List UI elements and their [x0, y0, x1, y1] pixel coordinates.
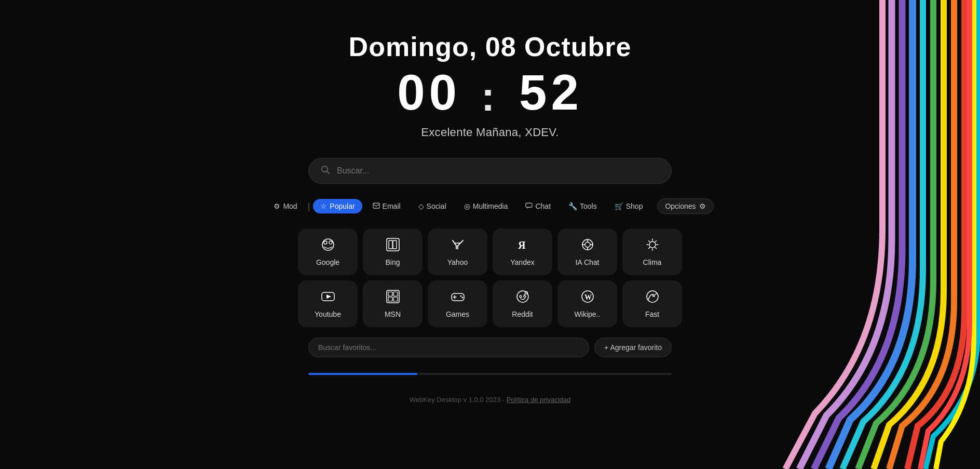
- filter-tools[interactable]: 🔧 Tools: [561, 199, 604, 213]
- tools-icon: 🔧: [568, 202, 577, 210]
- time-minutes: 52: [519, 64, 583, 120]
- add-favorite-button[interactable]: + Agregar favorito: [594, 338, 672, 357]
- time-display: 00 : 52: [397, 68, 583, 117]
- youtube-icon: [321, 289, 335, 306]
- shortcut-msn[interactable]: MSN: [363, 280, 423, 327]
- bottom-bar: + Agregar favorito: [308, 338, 672, 357]
- wikipedia-label: Wikipe..: [575, 310, 601, 318]
- filter-divider: |: [308, 201, 310, 212]
- shop-icon: 🛒: [615, 202, 623, 210]
- filter-social[interactable]: ◇ Social: [411, 199, 454, 213]
- reddit-icon: [515, 289, 530, 306]
- shortcut-ia-chat[interactable]: IA Chat: [557, 229, 617, 275]
- shortcut-bing[interactable]: Bing: [363, 229, 423, 275]
- progress-bar-fill: [308, 373, 417, 375]
- wikipedia-icon: W: [580, 289, 595, 306]
- games-icon: [451, 289, 465, 306]
- ia-chat-label: IA Chat: [576, 258, 600, 266]
- svg-text:W: W: [584, 293, 592, 301]
- games-label: Games: [446, 310, 469, 318]
- svg-rect-18: [393, 292, 398, 296]
- options-button[interactable]: Opciones ⚙: [657, 198, 713, 214]
- search-bar[interactable]: [308, 158, 672, 184]
- bing-label: Bing: [385, 258, 400, 266]
- svg-rect-17: [388, 292, 392, 296]
- fast-label: Fast: [645, 310, 659, 318]
- mod-icon: ⚙: [274, 202, 280, 210]
- shortcut-youtube[interactable]: Youtube: [298, 280, 358, 327]
- svg-point-22: [460, 296, 461, 297]
- shortcuts-grid: Google Bing Yahoo: [298, 229, 682, 327]
- shortcut-yandex[interactable]: Я Yandex: [493, 229, 552, 275]
- filter-bar: ⚙ Mod | ☆ Popular Email ◇ Social ◎ Multi…: [266, 198, 713, 214]
- gear-icon: ⚙: [699, 202, 706, 210]
- google-label: Google: [316, 258, 339, 266]
- multimedia-icon: ◎: [464, 202, 470, 210]
- chat-icon: [525, 202, 533, 210]
- fast-icon: [645, 289, 660, 306]
- svg-point-5: [324, 241, 327, 244]
- shortcut-reddit[interactable]: Reddit: [493, 280, 552, 327]
- svg-rect-2: [373, 203, 379, 208]
- msn-label: MSN: [385, 310, 401, 318]
- svg-point-24: [517, 291, 528, 302]
- shortcut-clima[interactable]: Clima: [622, 229, 682, 275]
- progress-bar-container: [308, 373, 672, 375]
- email-icon: [373, 202, 380, 210]
- svg-marker-15: [326, 294, 331, 299]
- time-hours: 00: [397, 64, 461, 120]
- svg-rect-3: [526, 203, 532, 207]
- youtube-label: Youtube: [315, 310, 341, 318]
- svg-rect-8: [389, 240, 392, 249]
- main-content: Domingo, 08 Octubre 00 : 52 Excelente Ma…: [0, 0, 980, 404]
- svg-point-25: [520, 296, 522, 298]
- google-icon: [321, 237, 335, 254]
- date-display: Domingo, 08 Octubre: [349, 31, 632, 62]
- filter-multimedia[interactable]: ◎ Multimedia: [457, 199, 515, 213]
- svg-rect-19: [388, 297, 392, 301]
- time-colon: :: [481, 73, 499, 119]
- yandex-label: Yandex: [510, 258, 534, 266]
- yandex-icon: Я: [515, 237, 530, 254]
- svg-point-23: [461, 297, 463, 299]
- search-favorites-input[interactable]: [308, 338, 589, 357]
- svg-point-26: [524, 296, 526, 298]
- svg-point-12: [585, 242, 590, 247]
- shortcut-yahoo[interactable]: Yahoo: [428, 229, 487, 275]
- svg-text:Я: Я: [518, 239, 526, 251]
- filter-email[interactable]: Email: [365, 199, 408, 213]
- search-icon: [320, 165, 331, 177]
- reddit-label: Reddit: [512, 310, 533, 318]
- yahoo-label: Yahoo: [447, 258, 468, 266]
- shortcut-google[interactable]: Google: [298, 229, 358, 275]
- svg-line-28: [524, 294, 525, 295]
- social-icon: ◇: [418, 202, 424, 210]
- clima-icon: [645, 237, 660, 254]
- shortcut-wikipedia[interactable]: W Wikipe..: [557, 280, 617, 327]
- yahoo-icon: [451, 237, 465, 254]
- svg-point-6: [329, 241, 332, 244]
- clima-label: Clima: [643, 258, 662, 266]
- ia-chat-icon: [580, 237, 595, 254]
- greeting-text: Excelente Mañana, XDEV.: [421, 126, 559, 139]
- popular-icon: ☆: [320, 202, 327, 210]
- bing-icon: [386, 237, 400, 254]
- svg-rect-9: [393, 240, 397, 249]
- filter-popular[interactable]: ☆ Popular: [313, 199, 362, 213]
- privacy-link[interactable]: Política de privacidad: [507, 396, 571, 404]
- shortcut-fast[interactable]: Fast: [622, 280, 682, 327]
- filter-mod[interactable]: ⚙ Mod: [266, 199, 304, 213]
- svg-point-1: [322, 166, 328, 172]
- filter-chat[interactable]: Chat: [518, 199, 558, 213]
- svg-point-31: [647, 291, 658, 302]
- msn-icon: [386, 289, 400, 306]
- footer: WebKey Desktop v 1.0.0 2023 - Política d…: [410, 396, 571, 404]
- svg-point-13: [649, 242, 656, 248]
- svg-rect-20: [393, 297, 398, 301]
- search-input[interactable]: [337, 166, 660, 176]
- filter-shop[interactable]: 🛒 Shop: [607, 199, 650, 213]
- shortcut-games[interactable]: Games: [428, 280, 487, 327]
